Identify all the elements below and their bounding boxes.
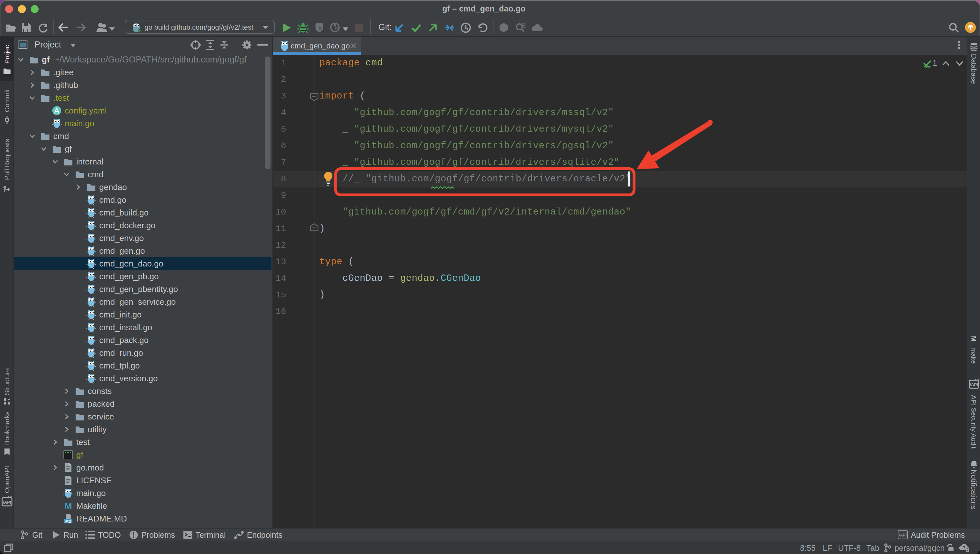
svg-text:?: ?	[963, 545, 966, 550]
svg-text:MD: MD	[65, 519, 72, 524]
svg-text:M: M	[64, 501, 72, 511]
svg-text:/API: /API	[899, 533, 907, 537]
svg-text:/API: /API	[970, 382, 978, 387]
svg-text:/API: /API	[3, 500, 11, 505]
